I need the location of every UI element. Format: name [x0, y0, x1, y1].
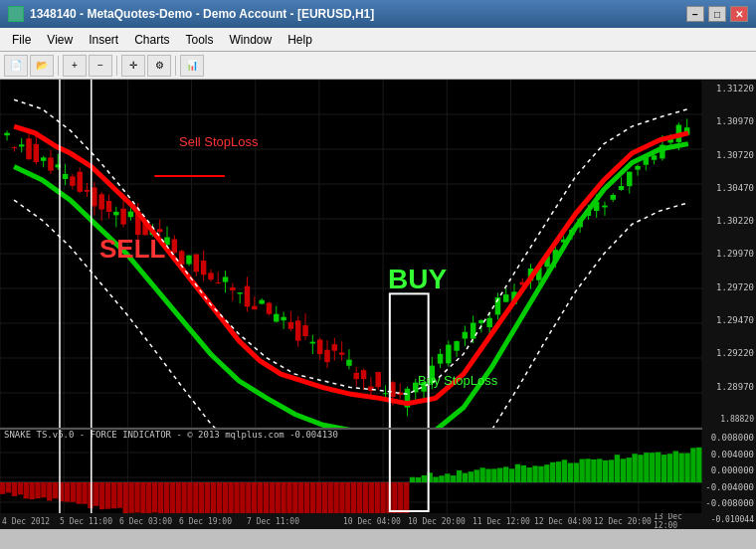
ind-label-6: -0.010044 — [704, 515, 754, 524]
toolbar-zoom-in[interactable]: + — [63, 55, 87, 77]
toolbar: 📄 📂 + − ✛ ⚙ 📊 — [0, 52, 756, 80]
toolbar-sep2 — [116, 56, 117, 76]
menu-view[interactable]: View — [39, 31, 81, 49]
ind-label-5: -0.008000 — [704, 498, 754, 508]
sell-label: SELL — [99, 234, 165, 265]
toolbar-properties[interactable]: ⚙ — [147, 55, 171, 77]
price-label-6: 1.29970 — [704, 249, 754, 259]
price-label-3: 1.30720 — [704, 150, 754, 160]
maximize-button[interactable]: □ — [708, 6, 726, 22]
price-label-5: 1.30220 — [704, 216, 754, 226]
time-8: 12 Dec 04:00 — [534, 517, 592, 526]
menu-charts[interactable]: Charts — [126, 31, 177, 49]
title-bar: 1348140 - MetaQuotes-Demo - Demo Account… — [0, 0, 756, 28]
buy-stoploss-label: Buy StopLoss — [418, 373, 497, 388]
time-3: 6 Dec 19:00 — [179, 517, 232, 526]
menu-tools[interactable]: Tools — [178, 31, 222, 49]
menu-insert[interactable]: Insert — [81, 31, 126, 49]
price-label-10: 1.28970 — [704, 382, 754, 392]
price-label-7: 1.29720 — [704, 282, 754, 292]
time-7: 11 Dec 12:00 — [472, 517, 530, 526]
window-controls: − □ ✕ — [686, 6, 748, 22]
toolbar-sep1 — [58, 56, 59, 76]
time-0: 4 Dec 2012 — [2, 517, 50, 526]
window-title: 1348140 - MetaQuotes-Demo - Demo Account… — [30, 7, 374, 21]
ind-label-4: -0.004000 — [704, 482, 754, 492]
sell-stoploss-label: Sell StopLoss — [179, 134, 259, 149]
toolbar-new[interactable]: 📄 — [4, 55, 28, 77]
indicator-chart-canvas[interactable] — [0, 428, 702, 527]
toolbar-zoom-out[interactable]: − — [89, 55, 112, 77]
ind-label-2: 0.004000 — [704, 450, 754, 459]
time-axis: 4 Dec 2012 5 Dec 11:00 6 Dec 03:00 6 Dec… — [0, 513, 702, 529]
price-label-11: 1.88820 — [704, 415, 754, 424]
toolbar-open[interactable]: 📂 — [30, 55, 54, 77]
close-button[interactable]: ✕ — [730, 6, 748, 22]
price-label-8: 1.29470 — [704, 315, 754, 325]
price-label-2: 1.30970 — [704, 116, 754, 126]
price-label-9: 1.29220 — [704, 348, 754, 358]
time-2: 6 Dec 03:00 — [119, 517, 172, 526]
menu-window[interactable]: Window — [222, 31, 281, 49]
time-10: 13 Dec 12:00 — [654, 513, 702, 529]
time-6: 10 Dec 20:00 — [408, 517, 466, 526]
toolbar-crosshair[interactable]: ✛ — [121, 55, 145, 77]
menu-bar: File View Insert Charts Tools Window Hel… — [0, 28, 756, 52]
menu-help[interactable]: Help — [280, 31, 320, 49]
menu-file[interactable]: File — [4, 31, 39, 49]
price-label-1: 1.31220 — [704, 84, 754, 93]
toolbar-indicators[interactable]: 📊 — [180, 55, 204, 77]
minimize-button[interactable]: − — [686, 6, 704, 22]
time-1: 5 Dec 11:00 — [60, 517, 112, 526]
indicator-axis: 0.008000 0.004000 0.000000 -0.004000 -0.… — [702, 428, 756, 529]
price-label-4: 1.30470 — [704, 183, 754, 193]
price-axis: 1.31220 1.30970 1.30720 1.30470 1.30220 … — [702, 80, 756, 428]
toolbar-sep3 — [175, 56, 176, 76]
ind-label-1: 0.008000 — [704, 433, 754, 443]
time-9: 12 Dec 20:00 — [594, 517, 652, 526]
indicator-text-label: SNAKE TS.v5.0 - FORCE INDICATOR - © 2013… — [4, 430, 338, 440]
time-4: 7 Dec 11:00 — [247, 517, 299, 526]
ind-label-3: 0.000000 — [704, 465, 754, 475]
time-5: 10 Dec 04:00 — [343, 517, 401, 526]
buy-label: BUY — [388, 264, 447, 295]
chart-container: 1.31220 1.30970 1.30720 1.30470 1.30220 … — [0, 80, 756, 529]
